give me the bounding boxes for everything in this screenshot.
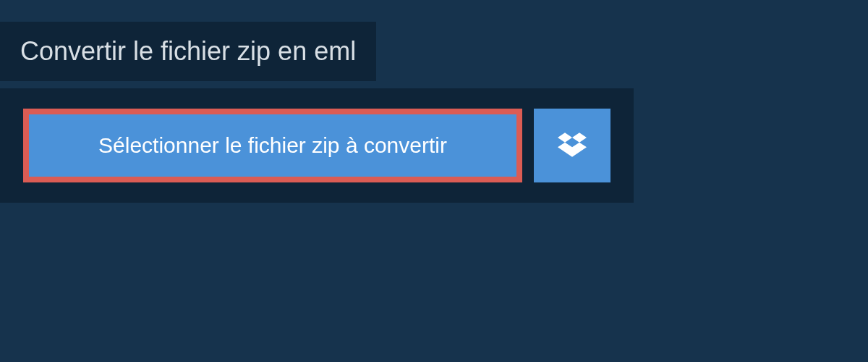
page-title-tab: Convertir le fichier zip en eml — [0, 22, 376, 81]
dropbox-button[interactable] — [534, 109, 610, 182]
page-title: Convertir le fichier zip en eml — [20, 36, 356, 67]
select-file-label: Sélectionner le fichier zip à convertir — [98, 133, 447, 157]
select-file-button[interactable]: Sélectionner le fichier zip à convertir — [23, 109, 522, 182]
action-panel: Sélectionner le fichier zip à convertir — [0, 88, 634, 203]
button-row: Sélectionner le fichier zip à convertir — [23, 109, 610, 182]
dropbox-icon — [558, 130, 587, 161]
